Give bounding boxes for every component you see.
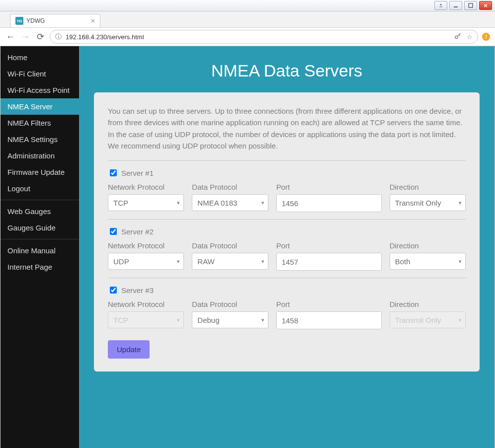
server-3-header: Server #3 bbox=[108, 285, 466, 295]
label-data: Data Protocol bbox=[192, 183, 268, 191]
tab-title: YDWG bbox=[26, 17, 45, 24]
key-icon[interactable] bbox=[454, 32, 462, 42]
server-3-data-select[interactable]: Debug bbox=[192, 311, 268, 328]
favicon-icon: YD bbox=[15, 17, 23, 25]
server-1-net-select[interactable]: TCP bbox=[108, 194, 184, 211]
page-title: NMEA Data Servers bbox=[211, 61, 362, 80]
intro-text: You can set up to three servers. Up to t… bbox=[108, 105, 466, 151]
reload-button[interactable]: ⟳ bbox=[35, 31, 46, 42]
label-net: Network Protocol bbox=[108, 183, 184, 191]
minimize-button[interactable] bbox=[449, 1, 462, 10]
label-port: Port bbox=[276, 183, 382, 191]
sidebar-item-nmea-filters[interactable]: NMEA Filters bbox=[0, 115, 79, 131]
label-dir: Direction bbox=[390, 300, 466, 308]
main-content: NMEA Data Servers You can set up to thre… bbox=[79, 46, 495, 448]
label-net: Network Protocol bbox=[108, 300, 184, 308]
browser-tab[interactable]: YD YDWG × bbox=[10, 14, 100, 27]
star-icon[interactable]: ☆ bbox=[467, 33, 473, 41]
sidebar-item-wi-fi-client[interactable]: Wi-Fi Client bbox=[0, 66, 79, 82]
sidebar-item-nmea-settings[interactable]: NMEA Settings bbox=[0, 131, 79, 148]
server-3-port-input[interactable] bbox=[276, 311, 382, 329]
server-3-enable-checkbox[interactable] bbox=[110, 287, 117, 294]
browser-toolbar: ← → ⟳ ⓘ 192.168.4.230/servers.html ☆ ! bbox=[0, 28, 495, 46]
server-2-dir-select[interactable]: Both bbox=[390, 253, 466, 270]
window-titlebar: ✕ bbox=[0, 0, 495, 11]
server-1-dir-select[interactable]: Transmit Only bbox=[390, 194, 466, 211]
site-info-icon[interactable]: ⓘ bbox=[55, 32, 62, 41]
label-dir: Direction bbox=[390, 241, 466, 250]
server-1-enable-checkbox[interactable] bbox=[110, 169, 117, 176]
label-data: Data Protocol bbox=[192, 300, 268, 308]
server-3-name: Server #3 bbox=[121, 286, 154, 295]
server-2-enable-checkbox[interactable] bbox=[110, 228, 117, 235]
server-2-net-select[interactable]: UDP bbox=[108, 253, 184, 270]
server-2-header: Server #2 bbox=[108, 226, 466, 236]
tab-close-icon[interactable]: × bbox=[91, 17, 95, 25]
sidebar-item-logout[interactable]: Logout bbox=[0, 180, 79, 197]
sidebar-item-administration[interactable]: Administration bbox=[0, 148, 79, 164]
profile-icon[interactable]: ! bbox=[482, 33, 490, 41]
sidebar-item-online-manual[interactable]: Online Manual bbox=[0, 242, 79, 259]
label-dir: Direction bbox=[390, 183, 466, 191]
label-port: Port bbox=[276, 241, 382, 250]
server-3-net-select: TCP bbox=[108, 311, 184, 328]
sidebar-item-web-gauges[interactable]: Web Gauges bbox=[0, 203, 79, 220]
maximize-button[interactable] bbox=[464, 1, 477, 10]
sidebar-item-home[interactable]: Home bbox=[0, 49, 79, 66]
sidebar-item-firmware-update[interactable]: Firmware Update bbox=[0, 164, 79, 180]
sidebar-item-gauges-guide[interactable]: Gauges Guide bbox=[0, 220, 79, 236]
page-viewport: HomeWi-Fi ClientWi-Fi Access PointNMEA S… bbox=[0, 46, 495, 448]
update-button[interactable]: Update bbox=[108, 340, 150, 359]
url-text: 192.168.4.230/servers.html bbox=[66, 33, 144, 41]
sidebar-item-nmea-server[interactable]: NMEA Server bbox=[0, 98, 79, 115]
server-2-port-input[interactable] bbox=[276, 253, 382, 271]
card: You can set up to three servers. Up to t… bbox=[94, 92, 480, 372]
server-1-port-input[interactable] bbox=[276, 194, 382, 212]
sidebar: HomeWi-Fi ClientWi-Fi Access PointNMEA S… bbox=[0, 46, 79, 448]
sidebar-item-internet-page[interactable]: Internet Page bbox=[0, 259, 79, 275]
svg-point-3 bbox=[455, 36, 458, 38]
back-button[interactable]: ← bbox=[5, 31, 16, 42]
address-bar[interactable]: ⓘ 192.168.4.230/servers.html ☆ bbox=[50, 30, 478, 44]
svg-rect-1 bbox=[454, 6, 458, 7]
label-net: Network Protocol bbox=[108, 241, 184, 250]
svg-rect-2 bbox=[469, 3, 473, 7]
user-icon[interactable] bbox=[434, 1, 447, 10]
label-data: Data Protocol bbox=[192, 241, 268, 250]
sidebar-item-wi-fi-access-point[interactable]: Wi-Fi Access Point bbox=[0, 82, 79, 98]
server-1-data-select[interactable]: NMEA 0183 bbox=[192, 194, 268, 211]
server-1-header: Server #1 bbox=[108, 168, 466, 178]
server-2-data-select[interactable]: RAW bbox=[192, 253, 268, 270]
label-port: Port bbox=[276, 300, 382, 308]
close-button[interactable]: ✕ bbox=[479, 1, 492, 10]
browser-tabstrip: YD YDWG × bbox=[0, 11, 495, 28]
server-3-dir-select: Transmit Only bbox=[390, 311, 466, 328]
forward-button: → bbox=[20, 31, 31, 42]
server-2-name: Server #2 bbox=[121, 227, 154, 236]
server-1-name: Server #1 bbox=[121, 169, 154, 177]
svg-point-0 bbox=[440, 4, 441, 5]
